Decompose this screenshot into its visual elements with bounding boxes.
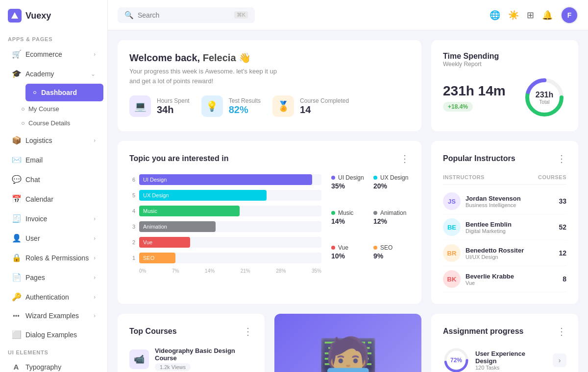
stat-courses: 🏅 Course Completed 14 (272, 95, 349, 117)
bar-track: UX Design (139, 190, 321, 201)
legend-name: SEO (380, 244, 392, 251)
sidebar-item-ecommerce[interactable]: 🛒 Ecommerce › (4, 45, 103, 64)
bar-chart: 6 UI Design 5 UX Design 4 (129, 174, 321, 274)
sidebar-item-pages-label: Pages (25, 274, 45, 281)
promo-card: 🧑‍💻 (274, 314, 421, 372)
chevron-right-icon: › (94, 51, 96, 58)
search-input[interactable] (138, 11, 230, 19)
sidebar-item-chat[interactable]: 💬 Chat (4, 170, 103, 189)
bar-row-ux: 5 UX Design (129, 190, 321, 201)
welcome-left: Welcome back, Felecia 👋 Your progress th… (129, 52, 349, 117)
dialog-icon: ⬜ (12, 330, 21, 339)
legend-pct: 14% (331, 217, 368, 225)
legend-dot (373, 176, 377, 180)
assignment-chevron-button[interactable]: › (553, 353, 566, 367)
bar-track: Vue (139, 237, 321, 248)
instructor-role: UI/UX Design (466, 254, 554, 260)
assignment-tasks: 120 Tasks (475, 365, 547, 371)
legend-name: Music (338, 209, 353, 216)
avatar-jordan: JS (443, 192, 461, 210)
instructor-info-bentlee: Bentlee Emblin Digital Marketing (466, 221, 554, 234)
sidebar-item-email-label: Email (25, 156, 43, 164)
welcome-card: Welcome back, Felecia 👋 Your progress th… (118, 40, 421, 131)
instructor-name: Beverlie Krabbe (466, 273, 558, 280)
welcome-heading: Welcome back, Felecia 👋 (129, 52, 349, 64)
avatar-benedetto: BR (443, 244, 461, 262)
hours-icon-box: 💻 (129, 95, 151, 117)
avatar-beverlie: BK (443, 270, 461, 288)
legend-name: Animation (380, 209, 406, 216)
sidebar-item-typography[interactable]: A Typography (4, 358, 103, 372)
bar-fill-vue: Vue (139, 237, 190, 248)
section-label-ui: UI ELEMENTS (0, 345, 107, 357)
assignment-more-button[interactable]: ⋮ (557, 326, 566, 337)
bell-icon[interactable]: 🔔 (542, 10, 553, 21)
hours-value: 34h (157, 104, 190, 116)
topics-header: Topic you are interested in ⋮ (129, 153, 410, 164)
course-badge: 1.2k Views (155, 363, 191, 371)
chevron-right-icon: › (94, 294, 96, 301)
instructor-info-beverlie: Beverlie Krabbe Vue (466, 273, 558, 286)
user-avatar[interactable]: F (561, 6, 578, 24)
translate-icon[interactable]: 🌐 (490, 10, 500, 21)
sidebar-item-dashboard[interactable]: Dashboard (25, 84, 103, 101)
sidebar-item-authentication[interactable]: 🔑 Authentication › (4, 287, 103, 306)
sidebar: Vuexy APPS & PAGES 🛒 Ecommerce › 🎓 Acade… (0, 0, 108, 372)
x-label: 7% (172, 268, 179, 274)
instructor-courses: 52 (559, 223, 566, 231)
lock-icon: 🔒 (12, 253, 21, 262)
content-area: Welcome back, Felecia 👋 Your progress th… (108, 30, 588, 372)
sidebar-item-roles-label: Roles & Permissions (25, 254, 89, 262)
academy-submenu: Dashboard My Course Course Details (0, 84, 107, 130)
legend-dot (331, 211, 335, 215)
sidebar-item-user[interactable]: 👤 User › (4, 229, 103, 248)
bar-row-seo: 1 SEO (129, 253, 321, 263)
topics-more-button[interactable]: ⋮ (400, 153, 410, 164)
auth-icon: 🔑 (12, 292, 21, 302)
welcome-subtitle: Your progress this week is Awesome. let'… (129, 67, 349, 86)
typography-icon: A (12, 363, 21, 371)
logistics-icon: 📦 (12, 136, 21, 145)
sidebar-item-roles[interactable]: 🔒 Roles & Permissions › (4, 248, 103, 267)
sidebar-item-logistics[interactable]: 📦 Logistics › (4, 131, 103, 150)
chevron-right-icon: › (94, 312, 96, 319)
bar-row-animation: 3 Animation (129, 221, 321, 232)
instructor-role: Digital Marketing (466, 228, 554, 234)
chevron-down-icon: ⌄ (91, 70, 96, 77)
chevron-right-icon: › (94, 235, 96, 242)
legend-animation: Animation 12% (373, 209, 410, 239)
instructors-more-button[interactable]: ⋮ (557, 153, 566, 164)
sidebar-item-dialog[interactable]: ⬜ Dialog Examples (4, 325, 103, 344)
assignment-row-ux: 72% User Experience Design 120 Tasks › (443, 347, 566, 372)
sidebar-item-calendar[interactable]: 📅 Calendar (4, 189, 103, 209)
instructor-role: Business Intelligence (466, 202, 554, 208)
chevron-right-icon: › (94, 274, 96, 281)
grid-icon[interactable]: ⊞ (527, 10, 534, 21)
legend-name: UI Design (338, 174, 364, 181)
sidebar-item-ecommerce-label: Ecommerce (25, 50, 62, 58)
sidebar-item-typography-label: Typography (25, 363, 61, 371)
instructor-role: Vue (466, 280, 558, 286)
legend-ux: UX Design 20% (373, 174, 410, 204)
chevron-right-icon: › (94, 255, 96, 261)
sidebar-item-course-details[interactable]: Course Details (22, 116, 107, 130)
legend-pct: 10% (331, 252, 368, 260)
bar-label-2: 2 (129, 239, 135, 245)
top-courses-more-button[interactable]: ⋮ (243, 326, 253, 337)
app-name: Vuexy (25, 11, 51, 21)
theme-icon[interactable]: ☀️ (508, 10, 519, 21)
legend-pct: 9% (373, 252, 410, 260)
sidebar-item-wizard[interactable]: ••• Wizard Examples › (4, 307, 103, 325)
sidebar-item-invoice-label: Invoice (25, 215, 47, 223)
sidebar-item-email[interactable]: ✉️ Email (4, 150, 103, 169)
bar-label-6: 6 (129, 177, 135, 183)
search-box[interactable]: 🔍 ⌘K (118, 7, 255, 23)
sidebar-item-pages[interactable]: 📄 Pages › (4, 268, 103, 287)
course-item-videography: 📹 Videography Basic Design Course 1.2k V… (129, 347, 253, 371)
ring-label: 72% (450, 357, 462, 364)
sidebar-item-invoice[interactable]: 🧾 Invoice › (4, 209, 103, 228)
test-label: Test Results (229, 97, 261, 104)
sidebar-item-my-course[interactable]: My Course (22, 102, 107, 116)
sidebar-item-academy[interactable]: 🎓 Academy ⌄ (4, 64, 103, 83)
section-label-apps: APPS & PAGES (0, 31, 107, 44)
